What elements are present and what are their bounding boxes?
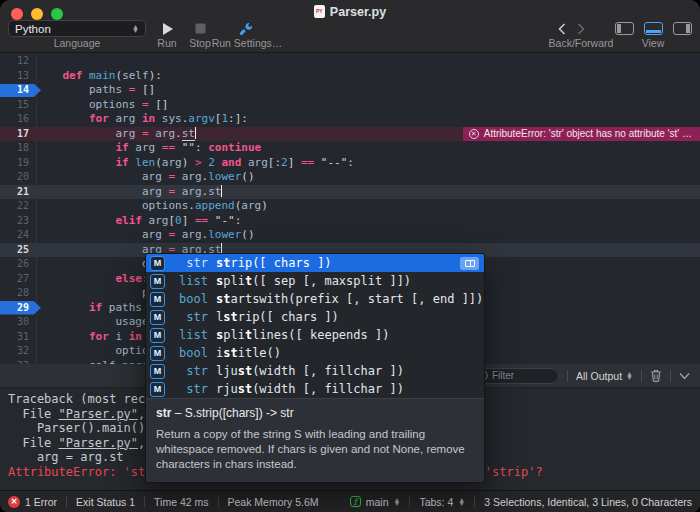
completion-signature: ljust(width [, fillchar ])	[216, 364, 484, 378]
return-type-label: list	[168, 328, 208, 342]
line-number[interactable]: 29	[0, 301, 36, 316]
view-left-sidebar-button[interactable]	[615, 22, 634, 35]
code-text: arg = arg.lower()	[36, 228, 700, 243]
code-line[interactable]: 13 def main(self):	[0, 69, 700, 84]
toolbar-divider	[641, 370, 642, 382]
text-cursor	[221, 185, 222, 197]
code-line[interactable]: 17 arg = arg.st✕AttributeError: 'str' ob…	[0, 127, 700, 142]
select-updown-icon: ▲▼	[458, 498, 465, 506]
line-number[interactable]: 20	[0, 170, 36, 185]
statusbar-item[interactable]: fmain▲▼	[350, 496, 401, 508]
collapse-panel-button[interactable]	[679, 372, 690, 380]
completion-signature: strip([ chars ])	[216, 256, 460, 270]
titlebar-toolbar: PYParser.py Python ▲▼ Language Run Stop …	[0, 0, 700, 53]
file-link[interactable]: "Parser.py"	[59, 436, 138, 450]
clear-console-button[interactable]	[650, 369, 662, 382]
completion-item[interactable]: Mstrstrip([ chars ])	[146, 254, 484, 272]
chevron-left-icon	[558, 23, 566, 35]
documentation-book-icon[interactable]	[460, 257, 479, 270]
completion-item[interactable]: Mstrrjust(width [, fillchar ])	[146, 380, 484, 398]
select-updown-icon: ▲▼	[132, 25, 139, 33]
forward-button[interactable]	[574, 21, 588, 36]
statusbar-item[interactable]: Tabs: 4▲▼	[419, 496, 465, 508]
view-right-sidebar-button[interactable]	[673, 22, 692, 35]
line-number[interactable]: 21	[0, 185, 36, 200]
select-updown-icon: ▲▼	[626, 372, 633, 380]
language-select[interactable]: Python ▲▼	[8, 20, 146, 37]
line-number[interactable]: 30	[0, 315, 36, 330]
line-number[interactable]: 16	[0, 112, 36, 127]
line-number[interactable]: 28	[0, 286, 36, 301]
window-title: PYParser.py	[0, 5, 700, 19]
output-select[interactable]: All Output ▲▼	[576, 370, 633, 382]
line-number[interactable]: 27	[0, 272, 36, 287]
stop-button[interactable]	[190, 21, 210, 36]
return-type-label: list	[168, 274, 208, 288]
code-line[interactable]: 21 arg = arg.st	[0, 185, 700, 200]
completion-signature: istitle()	[216, 346, 484, 360]
file-link[interactable]: "Parser.py"	[59, 407, 138, 421]
completion-signature: rjust(width [, fillchar ])	[216, 382, 484, 396]
code-text: for arg in sys.argv[1:]:	[36, 112, 700, 127]
code-text: options = []	[36, 98, 700, 113]
back-button[interactable]	[555, 21, 569, 36]
line-number[interactable]: 26	[0, 257, 36, 272]
filter-input[interactable]	[492, 370, 552, 381]
code-line[interactable]: 19 if len(arg) > 2 and arg[:2] == "--":	[0, 156, 700, 171]
line-number[interactable]: 19	[0, 156, 36, 171]
chevron-down-icon	[679, 372, 690, 380]
line-number[interactable]: 23	[0, 214, 36, 229]
code-line[interactable]: 14 paths = []	[0, 83, 700, 98]
code-line[interactable]: 12	[0, 54, 700, 69]
method-icon: M	[150, 382, 165, 397]
statusbar-item: ✕1 Error	[8, 496, 57, 508]
code-text	[36, 54, 700, 69]
line-number[interactable]: 14	[0, 83, 36, 98]
code-line[interactable]: 16 for arg in sys.argv[1:]:	[0, 112, 700, 127]
select-updown-icon: ▲▼	[393, 498, 400, 506]
statusbar-divider	[409, 496, 410, 507]
completion-item[interactable]: Mstrljust(width [, fillchar ])	[146, 362, 484, 380]
code-line[interactable]: 20 arg = arg.lower()	[0, 170, 700, 185]
line-number[interactable]: 24	[0, 228, 36, 243]
line-number[interactable]: 18	[0, 141, 36, 156]
inline-error-annotation[interactable]: ✕AttributeError: 'str' object has no att…	[463, 127, 700, 142]
statusbar-divider	[474, 496, 475, 507]
wrench-icon	[239, 22, 253, 36]
line-number[interactable]: 31	[0, 330, 36, 345]
code-line[interactable]: 22 options.append(arg)	[0, 199, 700, 214]
statusbar-text: main	[366, 496, 389, 508]
code-line[interactable]: 24 arg = arg.lower()	[0, 228, 700, 243]
code-line[interactable]: 23 elif arg[0] == "-":	[0, 214, 700, 229]
return-type-label: bool	[168, 346, 208, 360]
completion-item[interactable]: Mlistsplitlines([ keepends ])	[146, 326, 484, 344]
completion-item[interactable]: Mboolstartswith(prefix [, start [, end ]…	[146, 290, 484, 308]
completion-item[interactable]: Mlistsplit([ sep [, maxsplit ]])	[146, 272, 484, 290]
line-number[interactable]: 13	[0, 69, 36, 84]
return-type-label: str	[168, 364, 208, 378]
statusbar-divider	[144, 496, 145, 507]
code-line[interactable]: 18 if arg == "": continue	[0, 141, 700, 156]
view-bottom-panel-button[interactable]	[644, 22, 663, 35]
line-number[interactable]: 15	[0, 98, 36, 113]
line-number[interactable]: 25	[0, 243, 36, 258]
line-number[interactable]: 22	[0, 199, 36, 214]
code-line[interactable]: 15 options = []	[0, 98, 700, 113]
line-number[interactable]: 12	[0, 54, 36, 69]
completion-item[interactable]: Mboolistitle()	[146, 344, 484, 362]
line-number[interactable]: 32	[0, 344, 36, 359]
run-settings-button[interactable]	[236, 21, 256, 36]
line-number[interactable]: 17	[0, 127, 36, 142]
run-button[interactable]	[156, 21, 178, 36]
completion-item[interactable]: Mstrlstrip([ chars ])	[146, 308, 484, 326]
text-cursor	[195, 127, 196, 139]
code-text: if arg == "": continue	[36, 141, 700, 156]
return-type-label: str	[168, 310, 208, 324]
method-icon: M	[150, 292, 165, 307]
statusbar-text: 1 Error	[25, 496, 57, 508]
method-icon: M	[150, 256, 165, 271]
code-text: paths = []	[36, 83, 700, 98]
statusbar-text: Peak Memory 5.6M	[228, 496, 319, 508]
toolbar-divider	[670, 370, 671, 382]
error-circle-icon: ✕	[469, 129, 479, 139]
